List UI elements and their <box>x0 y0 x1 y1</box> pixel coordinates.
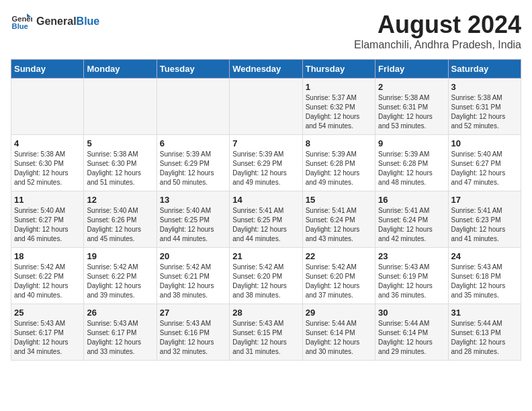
day-cell <box>84 79 157 135</box>
day-cell: 12Sunrise: 5:40 AM Sunset: 6:26 PM Dayli… <box>84 191 157 248</box>
day-number: 29 <box>306 308 372 318</box>
day-info: Sunrise: 5:43 AM Sunset: 6:17 PM Dayligh… <box>87 319 153 357</box>
day-info: Sunrise: 5:38 AM Sunset: 6:30 PM Dayligh… <box>14 150 81 187</box>
col-wednesday: Wednesday <box>230 60 302 79</box>
day-cell: 17Sunrise: 5:41 AM Sunset: 6:23 PM Dayli… <box>448 191 521 248</box>
day-info: Sunrise: 5:37 AM Sunset: 6:32 PM Dayligh… <box>306 93 372 131</box>
day-info: Sunrise: 5:40 AM Sunset: 6:27 PM Dayligh… <box>451 150 518 187</box>
col-tuesday: Tuesday <box>157 60 229 79</box>
day-cell: 29Sunrise: 5:44 AM Sunset: 6:14 PM Dayli… <box>302 304 375 361</box>
day-cell: 9Sunrise: 5:39 AM Sunset: 6:28 PM Daylig… <box>375 135 448 191</box>
day-number: 8 <box>306 138 372 148</box>
day-info: Sunrise: 5:42 AM Sunset: 6:22 PM Dayligh… <box>87 263 153 300</box>
header-row: Sunday Monday Tuesday Wednesday Thursday… <box>11 60 521 79</box>
day-cell <box>11 79 84 135</box>
day-number: 18 <box>14 251 81 261</box>
day-info: Sunrise: 5:42 AM Sunset: 6:20 PM Dayligh… <box>306 263 372 300</box>
day-cell: 16Sunrise: 5:41 AM Sunset: 6:24 PM Dayli… <box>375 191 448 248</box>
week-row-4: 25Sunrise: 5:43 AM Sunset: 6:17 PM Dayli… <box>11 304 521 361</box>
day-info: Sunrise: 5:39 AM Sunset: 6:29 PM Dayligh… <box>232 150 299 187</box>
day-number: 16 <box>378 195 445 205</box>
day-cell: 1Sunrise: 5:37 AM Sunset: 6:32 PM Daylig… <box>302 79 375 135</box>
day-number: 22 <box>306 251 372 261</box>
day-cell: 7Sunrise: 5:39 AM Sunset: 6:29 PM Daylig… <box>230 135 302 191</box>
day-info: Sunrise: 5:42 AM Sunset: 6:20 PM Dayligh… <box>232 263 299 300</box>
day-number: 28 <box>232 308 299 318</box>
col-friday: Friday <box>375 60 448 79</box>
day-cell: 23Sunrise: 5:43 AM Sunset: 6:19 PM Dayli… <box>375 248 448 304</box>
day-number: 6 <box>160 138 226 148</box>
day-info: Sunrise: 5:39 AM Sunset: 6:28 PM Dayligh… <box>378 150 445 187</box>
svg-text:Blue: Blue <box>12 22 28 30</box>
day-number: 20 <box>160 251 226 261</box>
day-info: Sunrise: 5:40 AM Sunset: 6:26 PM Dayligh… <box>87 206 153 244</box>
day-number: 9 <box>378 138 445 148</box>
day-cell: 27Sunrise: 5:43 AM Sunset: 6:16 PM Dayli… <box>157 304 229 361</box>
day-cell: 3Sunrise: 5:38 AM Sunset: 6:31 PM Daylig… <box>448 79 521 135</box>
col-sunday: Sunday <box>11 60 84 79</box>
day-info: Sunrise: 5:43 AM Sunset: 6:16 PM Dayligh… <box>160 319 226 357</box>
day-info: Sunrise: 5:44 AM Sunset: 6:14 PM Dayligh… <box>378 319 445 357</box>
day-cell: 8Sunrise: 5:39 AM Sunset: 6:28 PM Daylig… <box>302 135 375 191</box>
day-cell: 28Sunrise: 5:43 AM Sunset: 6:15 PM Dayli… <box>230 304 302 361</box>
day-number: 2 <box>378 82 445 92</box>
day-info: Sunrise: 5:41 AM Sunset: 6:24 PM Dayligh… <box>306 206 372 244</box>
main-title: August 2024 <box>354 11 521 39</box>
logo-general: GeneralBlue <box>36 15 99 28</box>
calendar-header: Sunday Monday Tuesday Wednesday Thursday… <box>11 60 521 79</box>
day-info: Sunrise: 5:43 AM Sunset: 6:15 PM Dayligh… <box>232 319 299 357</box>
day-cell: 6Sunrise: 5:39 AM Sunset: 6:29 PM Daylig… <box>157 135 229 191</box>
col-thursday: Thursday <box>302 60 375 79</box>
day-number: 10 <box>451 138 518 148</box>
day-cell: 26Sunrise: 5:43 AM Sunset: 6:17 PM Dayli… <box>84 304 157 361</box>
col-monday: Monday <box>84 60 157 79</box>
day-cell: 19Sunrise: 5:42 AM Sunset: 6:22 PM Dayli… <box>84 248 157 304</box>
header: General Blue GeneralBlue August 2024 Ela… <box>11 11 521 51</box>
day-cell: 11Sunrise: 5:40 AM Sunset: 6:27 PM Dayli… <box>11 191 84 248</box>
day-info: Sunrise: 5:38 AM Sunset: 6:31 PM Dayligh… <box>451 93 518 131</box>
day-number: 17 <box>451 195 518 205</box>
day-cell: 18Sunrise: 5:42 AM Sunset: 6:22 PM Dayli… <box>11 248 84 304</box>
day-number: 19 <box>87 251 153 261</box>
day-number: 12 <box>87 195 153 205</box>
day-cell: 30Sunrise: 5:44 AM Sunset: 6:14 PM Dayli… <box>375 304 448 361</box>
sub-title: Elamanchili, Andhra Pradesh, India <box>354 39 521 51</box>
day-info: Sunrise: 5:41 AM Sunset: 6:24 PM Dayligh… <box>378 206 445 244</box>
col-saturday: Saturday <box>448 60 521 79</box>
day-info: Sunrise: 5:42 AM Sunset: 6:21 PM Dayligh… <box>160 263 226 300</box>
day-cell: 15Sunrise: 5:41 AM Sunset: 6:24 PM Dayli… <box>302 191 375 248</box>
day-cell: 31Sunrise: 5:44 AM Sunset: 6:13 PM Dayli… <box>448 304 521 361</box>
day-cell: 5Sunrise: 5:38 AM Sunset: 6:30 PM Daylig… <box>84 135 157 191</box>
day-number: 1 <box>306 82 372 92</box>
day-cell: 13Sunrise: 5:40 AM Sunset: 6:25 PM Dayli… <box>157 191 229 248</box>
day-number: 11 <box>14 195 81 205</box>
day-cell: 4Sunrise: 5:38 AM Sunset: 6:30 PM Daylig… <box>11 135 84 191</box>
day-cell <box>230 79 302 135</box>
week-row-3: 18Sunrise: 5:42 AM Sunset: 6:22 PM Dayli… <box>11 248 521 304</box>
day-number: 5 <box>87 138 153 148</box>
logo: General Blue GeneralBlue <box>11 11 99 32</box>
day-number: 7 <box>232 138 299 148</box>
day-info: Sunrise: 5:38 AM Sunset: 6:31 PM Dayligh… <box>378 93 445 131</box>
day-number: 21 <box>232 251 299 261</box>
day-info: Sunrise: 5:44 AM Sunset: 6:14 PM Dayligh… <box>306 319 372 357</box>
day-cell: 24Sunrise: 5:43 AM Sunset: 6:18 PM Dayli… <box>448 248 521 304</box>
day-info: Sunrise: 5:40 AM Sunset: 6:25 PM Dayligh… <box>160 206 226 244</box>
logo-icon: General Blue <box>11 11 32 32</box>
day-info: Sunrise: 5:40 AM Sunset: 6:27 PM Dayligh… <box>14 206 81 244</box>
day-info: Sunrise: 5:43 AM Sunset: 6:18 PM Dayligh… <box>451 263 518 300</box>
day-info: Sunrise: 5:38 AM Sunset: 6:30 PM Dayligh… <box>87 150 153 187</box>
day-info: Sunrise: 5:43 AM Sunset: 6:19 PM Dayligh… <box>378 263 445 300</box>
day-number: 26 <box>87 308 153 318</box>
day-cell: 21Sunrise: 5:42 AM Sunset: 6:20 PM Dayli… <box>230 248 302 304</box>
day-cell: 22Sunrise: 5:42 AM Sunset: 6:20 PM Dayli… <box>302 248 375 304</box>
day-number: 15 <box>306 195 372 205</box>
week-row-1: 4Sunrise: 5:38 AM Sunset: 6:30 PM Daylig… <box>11 135 521 191</box>
day-info: Sunrise: 5:42 AM Sunset: 6:22 PM Dayligh… <box>14 263 81 300</box>
day-info: Sunrise: 5:39 AM Sunset: 6:29 PM Dayligh… <box>160 150 226 187</box>
day-cell: 20Sunrise: 5:42 AM Sunset: 6:21 PM Dayli… <box>157 248 229 304</box>
week-row-2: 11Sunrise: 5:40 AM Sunset: 6:27 PM Dayli… <box>11 191 521 248</box>
day-cell: 10Sunrise: 5:40 AM Sunset: 6:27 PM Dayli… <box>448 135 521 191</box>
day-number: 27 <box>160 308 226 318</box>
day-cell <box>157 79 229 135</box>
